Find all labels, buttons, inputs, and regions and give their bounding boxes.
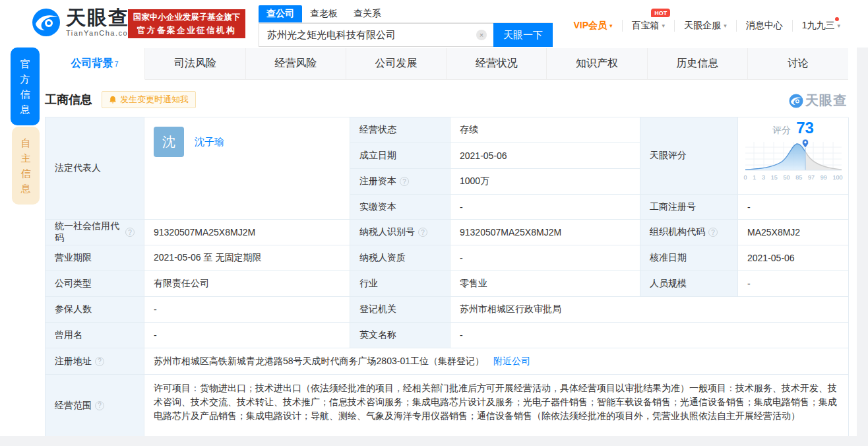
- avatar[interactable]: 沈: [154, 127, 184, 157]
- tab-history-info[interactable]: 历史信息: [648, 48, 748, 80]
- field-label-scope: 经营范围?: [46, 375, 144, 437]
- tab-judicial-risk[interactable]: 司法风险: [145, 48, 245, 80]
- chevron-down-icon: ▾: [609, 22, 613, 29]
- label-text: 曾用名: [55, 329, 82, 341]
- top-header: 天眼查 TianYanCha.com 国家中小企业发展子基金旗下 官方备案企业征…: [0, 0, 868, 48]
- label-text: 纳税人识别号: [359, 226, 415, 238]
- tab-company-background[interactable]: 公司背景 7: [45, 48, 145, 80]
- tick-label: 97: [808, 174, 815, 181]
- help-icon[interactable]: ?: [418, 228, 427, 237]
- tab-label: 公司发展: [375, 57, 417, 71]
- field-value-industry: 零售业: [450, 271, 640, 297]
- side-tab-official-info[interactable]: 官 方 信 息: [11, 48, 40, 125]
- nav-vip[interactable]: VIP会员 ▾: [565, 20, 622, 32]
- tab-label: 司法风险: [174, 57, 216, 71]
- nav-toolbox-label: 百宝箱: [632, 20, 660, 32]
- field-label-est-date: 成立日期: [350, 143, 450, 169]
- field-label-address: 注册地址?: [46, 348, 144, 375]
- tab-label: 历史信息: [676, 57, 718, 71]
- value-text: 零售业: [460, 278, 487, 290]
- nav-toolbox[interactable]: HOT 百宝箱 ▾: [622, 20, 675, 32]
- help-icon[interactable]: ?: [125, 228, 135, 237]
- help-icon[interactable]: ?: [400, 177, 409, 186]
- search-tab-company[interactable]: 查公司: [259, 5, 302, 22]
- clear-icon[interactable]: ×: [476, 30, 487, 40]
- field-value-company-type: 有限责任公司: [144, 271, 350, 297]
- field-label-tianyan-score: 天眼评分: [640, 117, 738, 195]
- side-tab-self-info[interactable]: 自 主 信 息: [12, 127, 40, 205]
- nav-user-menu[interactable]: 1九九三 ▾: [792, 20, 850, 32]
- label-text: 注册地址: [55, 356, 92, 367]
- left-side-tabs: 官 方 信 息 自 主 信 息: [11, 48, 41, 205]
- label-text: 经营状态: [359, 124, 396, 136]
- business-info-section-head: 工商信息 发生变更时通知我 天眼查: [45, 89, 848, 110]
- search-button[interactable]: 天眼一下: [493, 23, 553, 47]
- field-value-uscc: 91320507MA25X8MJ2M: [144, 220, 350, 245]
- page-bottom-strip: [0, 436, 868, 446]
- label-text: 人员规模: [650, 278, 687, 290]
- field-label-company-type: 公司类型: [46, 271, 144, 297]
- tick-label: 100: [832, 174, 842, 181]
- value-text: 有限责任公司: [154, 278, 209, 290]
- field-label-approval-date: 核准日期: [640, 245, 738, 271]
- company-detail-card: 公司背景 7 司法风险 经营风险 公司发展 经营状况 知识产权 历史信息 讨论 …: [45, 48, 848, 437]
- score-axis-ticks: 0 1 3 15 50 85 97 99 100: [744, 174, 843, 181]
- label-text: 参保人数: [55, 303, 92, 315]
- help-icon[interactable]: ?: [95, 401, 104, 410]
- field-value-taxpayer-quality: -: [450, 245, 640, 271]
- help-icon[interactable]: ?: [708, 228, 718, 237]
- search-block: 查公司 查老板 查关系 × 天眼一下: [259, 5, 553, 47]
- nearby-companies-link[interactable]: 附近公司: [493, 356, 530, 367]
- logo-brand-text: 天眼查: [66, 8, 135, 28]
- tab-intellectual-property[interactable]: 知识产权: [547, 48, 647, 80]
- label-text: 天眼评分: [650, 150, 687, 162]
- value-text: -: [154, 304, 157, 315]
- help-icon[interactable]: ?: [95, 357, 104, 366]
- notification-dot: [835, 17, 839, 21]
- value-text: 91320507MA25X8MJ2M: [154, 227, 255, 238]
- side-tab-char: 官: [20, 56, 30, 71]
- bell-icon: [109, 96, 117, 104]
- watermark-logo: 天眼查: [789, 92, 847, 110]
- notify-on-change-button[interactable]: 发生变更时通知我: [102, 91, 196, 108]
- tianyancha-logo[interactable]: 天眼查 TianYanCha.com: [32, 8, 135, 37]
- nav-messages[interactable]: 消息中心: [736, 20, 792, 32]
- top-nav: VIP会员 ▾ HOT 百宝箱 ▾ 天眼企服 ▾ 消息中心 1九九三 ▾: [565, 20, 850, 32]
- tab-operation-risk[interactable]: 经营风险: [246, 48, 346, 80]
- legal-rep-link[interactable]: 沈子瑜: [195, 136, 224, 148]
- field-label-status: 经营状态: [350, 117, 450, 143]
- scrollbar-track[interactable]: [857, 48, 868, 446]
- side-tab-char: 方: [20, 71, 30, 86]
- tianyan-score-widget[interactable]: 评分 73: [738, 117, 849, 195]
- value-text: MA25X8MJ2: [747, 227, 800, 238]
- badge-line1: 国家中小企业发展子基金旗下: [133, 11, 241, 24]
- address-text: 苏州市相城区高铁新城青龙港路58号天成时代商务广场2803-01工位（集群登记）: [154, 356, 484, 367]
- field-label-authority: 登记机关: [350, 297, 450, 323]
- search-tab-boss[interactable]: 查老板: [302, 5, 346, 22]
- side-tab-char: 信: [21, 166, 31, 181]
- section-title: 工商信息: [45, 92, 92, 108]
- field-value-scope: 许可项目：货物进出口；技术进出口（依法须经批准的项目，经相关部门批准后方可开展经…: [144, 375, 849, 437]
- search-tab-relation[interactable]: 查关系: [346, 5, 389, 22]
- field-label-org-code: 组织机构代码?: [640, 220, 738, 245]
- nav-enterprise[interactable]: 天眼企服 ▾: [674, 20, 736, 32]
- value-text: 91320507MA25X8MJ2M: [460, 227, 561, 238]
- tab-operation-status[interactable]: 经营状况: [447, 48, 547, 80]
- search-input[interactable]: [259, 23, 493, 47]
- value-text: 存续: [460, 124, 478, 136]
- value-text: 苏州市相城区行政审批局: [460, 303, 561, 315]
- tab-label: 知识产权: [576, 57, 618, 71]
- value-text: -: [460, 330, 463, 340]
- tianyancha-swirl-icon: [32, 8, 61, 37]
- label-text: 注册资本: [359, 175, 396, 187]
- nav-messages-label: 消息中心: [746, 20, 783, 32]
- field-label-insured: 参保人数: [46, 297, 144, 323]
- field-value-insured: -: [144, 297, 350, 323]
- nav-enterprise-label: 天眼企服: [684, 20, 721, 32]
- tab-company-development[interactable]: 公司发展: [346, 48, 447, 80]
- tianyancha-swirl-icon: [789, 94, 803, 108]
- side-tab-char: 息: [20, 102, 30, 117]
- field-value-taxpayer-id: 91320507MA25X8MJ2M: [450, 220, 640, 245]
- tab-discussion[interactable]: 讨论: [748, 48, 848, 80]
- label-text: 行业: [359, 278, 378, 290]
